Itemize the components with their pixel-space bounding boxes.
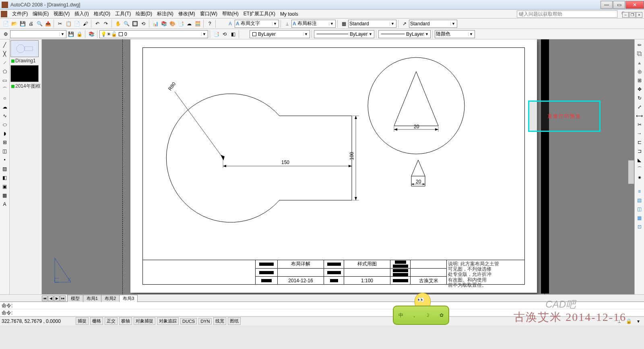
offset-icon[interactable]: ◎: [636, 68, 644, 76]
preview-icon[interactable]: 🔍: [35, 20, 43, 28]
qcalc-icon[interactable]: 🧮: [194, 20, 202, 28]
status-otrack[interactable]: 对象追踪: [157, 317, 179, 325]
match-icon[interactable]: 🖌: [81, 20, 89, 28]
dist-icon[interactable]: ≡: [636, 187, 644, 195]
region-icon[interactable]: ▣: [1, 183, 9, 191]
save-icon[interactable]: 💾: [19, 20, 27, 28]
vertical-scrollbar[interactable]: [628, 160, 634, 184]
list-icon[interactable]: ▦: [636, 214, 644, 222]
spline-icon[interactable]: ∿: [1, 112, 9, 120]
layer-prev-icon[interactable]: ⟲: [221, 30, 229, 38]
join-icon[interactable]: ⊐: [636, 147, 644, 155]
tab-next-button[interactable]: ▶: [54, 296, 60, 301]
maximize-button[interactable]: ▭: [613, 1, 625, 9]
scale-icon[interactable]: ⤢: [636, 103, 644, 111]
doc-restore-button[interactable]: ❐: [629, 12, 636, 18]
ellipse-icon[interactable]: ⬭: [1, 121, 9, 129]
table-style-dropdown[interactable]: Standard ▼: [348, 20, 396, 28]
copy2-icon[interactable]: ⿻: [636, 50, 644, 58]
chamfer-icon[interactable]: ◣: [636, 156, 644, 164]
circle-icon[interactable]: ○: [1, 94, 9, 102]
text-style-dropdown[interactable]: A 布局文字 ▼: [235, 20, 279, 28]
line-icon[interactable]: ╱: [1, 41, 9, 49]
print-icon[interactable]: 🖨: [27, 20, 35, 28]
help-search-input[interactable]: [517, 10, 617, 18]
status-tray-icon[interactable]: ▾: [634, 317, 642, 325]
layer-states-icon[interactable]: 📑: [212, 30, 220, 38]
menu-modify[interactable]: 修改(M): [176, 10, 198, 18]
menu-mytools[interactable]: My tools: [278, 10, 301, 18]
plotstyle-dropdown[interactable]: 随颜色 ▼: [435, 30, 475, 38]
menu-insert[interactable]: 插入(I): [72, 10, 91, 18]
close-button[interactable]: ✕: [625, 1, 644, 9]
pan-icon[interactable]: ✋: [114, 20, 122, 28]
mtext-icon[interactable]: A: [1, 200, 9, 208]
help-icon[interactable]: ?: [206, 20, 214, 28]
textstyle-icon[interactable]: A: [226, 20, 234, 28]
menu-draw[interactable]: 绘图(D): [133, 10, 155, 18]
tpalette-icon[interactable]: 🎨: [168, 20, 176, 28]
status-paper[interactable]: 图纸: [228, 317, 241, 325]
undo-icon[interactable]: ↶: [93, 20, 101, 28]
std2-dropdown[interactable]: Standard ▼: [409, 20, 457, 28]
thumb-template[interactable]: [10, 65, 39, 82]
tab-layout3[interactable]: 布局3: [119, 295, 138, 302]
markup-icon[interactable]: ☁: [185, 20, 193, 28]
status-dyn[interactable]: DYN: [198, 318, 212, 324]
insert-icon[interactable]: ⊞: [1, 138, 9, 146]
menu-edit[interactable]: 编辑(E): [30, 10, 51, 18]
menu-tools[interactable]: 工具(T): [113, 10, 133, 18]
redo-icon[interactable]: ↷: [102, 20, 110, 28]
id-icon[interactable]: ⊡: [636, 223, 644, 231]
tab-first-button[interactable]: ⏮: [42, 296, 47, 301]
lineweight-dropdown[interactable]: ByLayer ▼: [378, 30, 431, 38]
massprop-icon[interactable]: ◫: [636, 205, 644, 213]
block-icon[interactable]: ◫: [1, 147, 9, 155]
mleaderstyle-icon[interactable]: ↗: [400, 20, 409, 28]
pline-icon[interactable]: ⟋: [1, 59, 9, 67]
tab-prev-button[interactable]: ◀: [48, 296, 54, 301]
rect-icon[interactable]: ▭: [1, 76, 9, 84]
copy-icon[interactable]: 📋: [64, 20, 72, 28]
array-icon[interactable]: ⊞: [636, 76, 644, 84]
dcenter-icon[interactable]: 📚: [160, 20, 168, 28]
arc-icon[interactable]: ⌒: [1, 85, 9, 93]
status-ducs[interactable]: DUCS: [180, 318, 197, 324]
menu-window[interactable]: 窗口(W): [198, 10, 220, 18]
hatch-icon[interactable]: ▨: [1, 165, 9, 173]
break-icon[interactable]: ⊏: [636, 138, 644, 146]
new-icon[interactable]: 📄: [2, 20, 10, 28]
status-grid[interactable]: 栅格: [90, 317, 103, 325]
doc-close-button[interactable]: ×: [636, 12, 642, 18]
stretch-icon[interactable]: ⟷: [636, 112, 644, 120]
tab-last-button[interactable]: ⏭: [60, 296, 66, 301]
fillet-icon[interactable]: ⌒: [636, 165, 644, 173]
thumb-drawing1[interactable]: [10, 40, 39, 57]
status-snap[interactable]: 捕捉: [76, 317, 89, 325]
zoom-prev-icon[interactable]: ⟲: [139, 20, 147, 28]
tablestyle-icon[interactable]: ▦: [340, 20, 348, 28]
minimize-button[interactable]: —: [601, 1, 613, 9]
menu-help[interactable]: 帮助(H): [220, 10, 241, 18]
status-ortho[interactable]: 正交: [105, 317, 118, 325]
zoom-win-icon[interactable]: 🔲: [131, 20, 139, 28]
menu-file[interactable]: 文件(F): [10, 10, 30, 18]
menu-format[interactable]: 格式(O): [91, 10, 113, 18]
ellipse-arc-icon[interactable]: ◗: [1, 129, 9, 138]
revcloud-icon[interactable]: ☁: [1, 103, 9, 111]
drawing-canvas[interactable]: R80 150 100: [42, 39, 634, 294]
paste-icon[interactable]: 📄: [73, 20, 81, 28]
layer-dropdown[interactable]: 💡 ☀ 🔓 0 ▼: [99, 30, 208, 38]
table-icon[interactable]: ▦: [1, 191, 9, 199]
ws-icon[interactable]: ⚙: [2, 30, 10, 38]
menu-view[interactable]: 视图(V): [51, 10, 72, 18]
explode-icon[interactable]: ✷: [636, 174, 644, 182]
dimstyle-icon[interactable]: ⟂: [283, 20, 291, 28]
polygon-icon[interactable]: ⬠: [1, 68, 9, 76]
xline-icon[interactable]: ╳: [1, 50, 9, 58]
status-polar[interactable]: 极轴: [119, 317, 132, 325]
color-dropdown[interactable]: ByLayer ▼: [250, 30, 310, 38]
move-icon[interactable]: ✥: [636, 85, 644, 93]
gradient-icon[interactable]: ◧: [1, 174, 9, 182]
layer-iso-icon[interactable]: ◧: [229, 30, 237, 38]
